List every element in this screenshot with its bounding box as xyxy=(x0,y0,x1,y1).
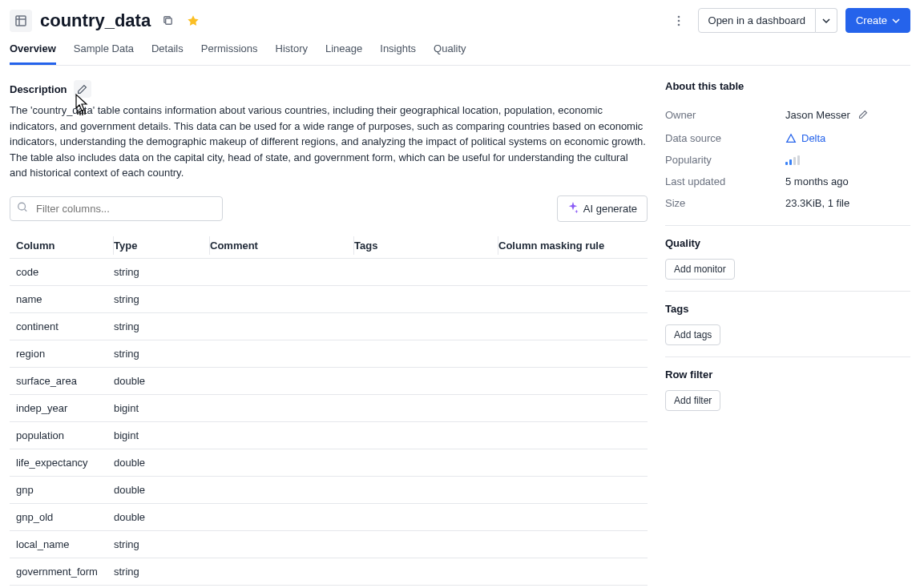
table-row[interactable]: gnpdouble xyxy=(10,476,648,503)
column-name-cell: head_of_state xyxy=(10,585,114,588)
tab-history[interactable]: History xyxy=(276,42,308,65)
column-tags-cell xyxy=(354,476,498,503)
copy-icon[interactable] xyxy=(159,11,177,30)
column-type-cell: double xyxy=(114,503,210,530)
column-tags-cell xyxy=(354,285,498,312)
column-comment-cell xyxy=(210,585,354,588)
column-type-cell: string xyxy=(114,312,210,340)
table-row[interactable]: regionstring xyxy=(10,340,648,367)
svg-point-4 xyxy=(677,15,680,18)
add-filter-button[interactable]: Add filter xyxy=(665,390,720,411)
column-type-cell: bigint xyxy=(114,421,210,449)
open-in-dashboard-button[interactable]: Open in a dashboard xyxy=(698,8,816,33)
popularity-indicator xyxy=(785,155,800,165)
column-type-cell: string xyxy=(114,530,210,558)
chevron-down-icon xyxy=(822,17,830,25)
column-tags-cell xyxy=(354,558,498,585)
table-row[interactable]: continentstring xyxy=(10,312,648,340)
table-row[interactable]: government_formstring xyxy=(10,558,648,585)
column-tags-cell xyxy=(354,258,498,285)
add-monitor-button[interactable]: Add monitor xyxy=(665,259,735,280)
delta-icon xyxy=(785,133,797,144)
row-filter-heading: Row filter xyxy=(665,369,910,381)
table-row[interactable]: surface_areadouble xyxy=(10,367,648,394)
column-comment-cell xyxy=(210,258,354,285)
column-comment-cell xyxy=(210,421,354,449)
table-row[interactable]: local_namestring xyxy=(10,530,648,558)
column-name-cell: gnp xyxy=(10,476,114,503)
favorite-star-icon[interactable] xyxy=(184,11,203,30)
svg-point-7 xyxy=(18,203,26,210)
column-comment-cell xyxy=(210,394,354,421)
column-comment-cell xyxy=(210,340,354,367)
table-row[interactable]: life_expectancydouble xyxy=(10,449,648,476)
column-header-type[interactable]: Type xyxy=(114,233,210,259)
tab-lineage[interactable]: Lineage xyxy=(325,42,362,65)
tab-insights[interactable]: Insights xyxy=(380,42,416,65)
tab-overview[interactable]: Overview xyxy=(10,42,56,65)
column-type-cell: string xyxy=(114,258,210,285)
svg-rect-0 xyxy=(16,16,26,26)
column-name-cell: gnp_old xyxy=(10,503,114,530)
ai-generate-label: AI generate xyxy=(583,203,637,215)
tab-quality[interactable]: Quality xyxy=(434,42,466,65)
table-row[interactable]: populationbigint xyxy=(10,421,648,449)
column-comment-cell xyxy=(210,367,354,394)
column-name-cell: continent xyxy=(10,312,114,340)
pencil-icon xyxy=(77,84,87,95)
column-comment-cell xyxy=(210,312,354,340)
kebab-menu-icon[interactable] xyxy=(668,10,690,32)
add-tags-button[interactable]: Add tags xyxy=(665,324,720,345)
column-masking-cell xyxy=(498,340,648,367)
column-type-cell: bigint xyxy=(114,394,210,421)
popularity-label: Popularity xyxy=(665,154,785,166)
edit-description-button[interactable] xyxy=(74,80,91,98)
sparkle-icon xyxy=(567,202,579,215)
column-tags-cell xyxy=(354,312,498,340)
datasource-label: Data source xyxy=(665,132,785,144)
column-type-cell: double xyxy=(114,449,210,476)
column-tags-cell xyxy=(354,503,498,530)
column-masking-cell xyxy=(498,285,648,312)
column-tags-cell xyxy=(354,394,498,421)
column-tags-cell xyxy=(354,340,498,367)
column-type-cell: string xyxy=(114,340,210,367)
column-tags-cell xyxy=(354,367,498,394)
table-row[interactable]: gnp_olddouble xyxy=(10,503,648,530)
table-row[interactable]: codestring xyxy=(10,258,648,285)
owner-label: Owner xyxy=(665,109,785,121)
column-comment-cell xyxy=(210,476,354,503)
column-masking-cell xyxy=(498,476,648,503)
datasource-value[interactable]: Delta xyxy=(801,132,825,144)
owner-value: Jason Messer xyxy=(785,109,850,121)
column-header-masking[interactable]: Column masking rule xyxy=(498,233,648,259)
edit-owner-button[interactable] xyxy=(855,107,871,123)
create-button[interactable]: Create xyxy=(845,8,910,33)
column-header-name[interactable]: Column xyxy=(10,233,114,259)
svg-point-5 xyxy=(677,19,680,22)
table-row[interactable]: indep_yearbigint xyxy=(10,394,648,421)
column-comment-cell xyxy=(210,449,354,476)
column-name-cell: local_name xyxy=(10,530,114,558)
ai-generate-button[interactable]: AI generate xyxy=(557,195,648,222)
column-masking-cell xyxy=(498,585,648,588)
column-masking-cell xyxy=(498,449,648,476)
table-row[interactable]: namestring xyxy=(10,285,648,312)
column-name-cell: government_form xyxy=(10,558,114,585)
tab-permissions[interactable]: Permissions xyxy=(201,42,258,65)
open-in-dashboard-dropdown[interactable] xyxy=(816,8,837,33)
svg-line-8 xyxy=(25,209,27,211)
column-type-cell: double xyxy=(114,476,210,503)
column-comment-cell xyxy=(210,530,354,558)
filter-columns-input[interactable] xyxy=(10,196,223,221)
table-row[interactable]: head_of_statestring xyxy=(10,585,648,588)
tab-details[interactable]: Details xyxy=(151,42,184,65)
tab-sample-data[interactable]: Sample Data xyxy=(74,42,134,65)
column-header-comment[interactable]: Comment xyxy=(210,233,354,259)
about-heading: About this table xyxy=(665,80,910,92)
search-icon xyxy=(17,202,28,215)
size-label: Size xyxy=(665,197,785,209)
column-masking-cell xyxy=(498,530,648,558)
table-icon xyxy=(10,10,32,32)
column-header-tags[interactable]: Tags xyxy=(354,233,498,259)
